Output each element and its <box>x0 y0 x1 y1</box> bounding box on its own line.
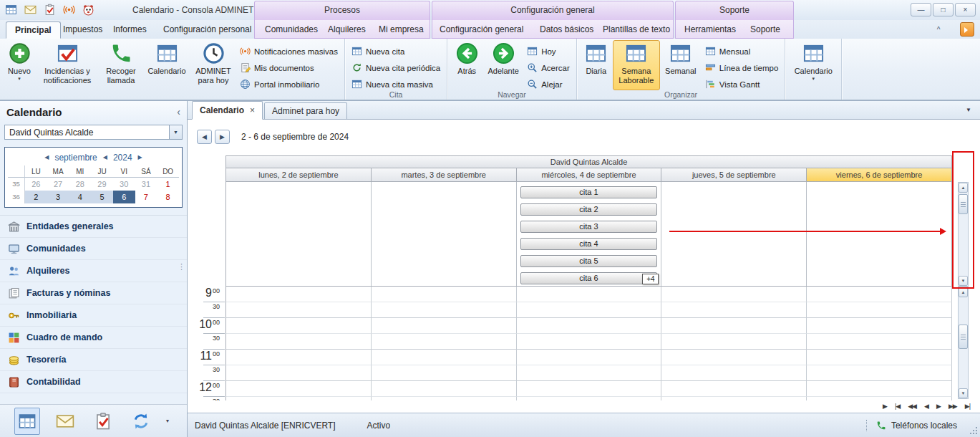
prev-range-button[interactable]: ◀ <box>197 130 212 144</box>
tab-comunidades[interactable]: Comunidades <box>261 21 322 39</box>
mini-day[interactable]: 26 <box>25 178 47 191</box>
sidebar-item-tesoreria[interactable]: Tesorería <box>0 349 187 371</box>
mini-day[interactable]: 2 <box>25 191 47 203</box>
tab-configuracion-general[interactable]: Configuración general <box>435 21 528 39</box>
nuevo-button[interactable]: Nuevo ▾ <box>3 40 36 90</box>
scrollbar-thumb[interactable] <box>959 325 968 349</box>
tab-list-dropdown-icon[interactable]: ▼ <box>966 107 971 113</box>
appointment[interactable]: cita 2 <box>520 203 658 216</box>
mini-day[interactable]: 4 <box>69 191 91 203</box>
prev-month-icon[interactable]: ◀ <box>44 154 49 160</box>
local-phones-label[interactable]: Teléfonos locales <box>891 421 957 431</box>
appointment[interactable]: cita 5 <box>520 255 658 267</box>
collapse-ribbon-icon[interactable]: ^ <box>933 24 944 35</box>
mini-day[interactable]: 31 <box>135 178 157 191</box>
tab-alquileres[interactable]: Alquileres <box>324 21 370 39</box>
diaria-button[interactable]: Diaria <box>580 40 613 90</box>
mini-day[interactable]: 30 <box>113 178 135 191</box>
tasks-module-icon[interactable] <box>90 408 116 435</box>
scroll-down-icon[interactable]: ▼ <box>959 388 968 398</box>
broadcast-icon[interactable] <box>63 4 75 16</box>
mini-day[interactable]: 5 <box>91 191 113 203</box>
nueva-cita-periodica-button[interactable]: Nueva cita periódica <box>348 60 444 75</box>
minimize-button[interactable]: — <box>911 3 931 16</box>
mail-module-icon[interactable] <box>52 408 78 435</box>
close-button[interactable]: × <box>955 3 976 16</box>
tab-informes[interactable]: Informes <box>109 21 151 39</box>
day-header-viernes-today[interactable]: viernes, 6 de septiembre <box>807 168 952 182</box>
tab-mi-empresa[interactable]: Mi empresa <box>374 21 428 39</box>
tab-plantillas-texto[interactable]: Plantillas de texto <box>598 21 674 39</box>
allday-col-jueves[interactable] <box>661 182 807 286</box>
incidencias-button[interactable]: Incidencias y notificaciones <box>36 40 99 90</box>
scroll-up-icon[interactable]: ▲ <box>959 287 968 297</box>
navigator-prev-icon[interactable]: ◀ <box>924 403 928 410</box>
navigator-play-icon[interactable]: ▶ <box>883 403 887 410</box>
doc-tab-calendario[interactable]: Calendario × <box>192 101 263 120</box>
notificaciones-masivas-button[interactable]: Notificaciones masivas <box>236 44 341 59</box>
collapse-sidebar-icon[interactable]: ‹ <box>177 106 180 117</box>
tab-datos-basicos[interactable]: Datos básicos <box>535 21 598 39</box>
day-header-lunes[interactable]: lunes, 2 de septiembre <box>226 168 372 182</box>
sidebar-item-cuadro-de-mando[interactable]: Cuadro de mando <box>0 327 187 349</box>
mini-day[interactable]: 27 <box>47 178 69 191</box>
maximize-button[interactable]: □ <box>933 3 954 16</box>
sidebar-item-contabilidad[interactable]: Contabilidad <box>0 371 187 393</box>
acercar-button[interactable]: Acercar <box>523 60 573 75</box>
navigator-first-icon[interactable]: |◀ <box>895 403 900 410</box>
mini-day[interactable]: 3 <box>47 191 69 203</box>
appointment[interactable]: cita 3 <box>520 221 658 233</box>
nueva-cita-button[interactable]: Nueva cita <box>348 44 444 59</box>
tab-impuestos[interactable]: Impuestos <box>59 21 107 39</box>
mail-icon[interactable] <box>24 4 37 16</box>
more-appointments-badge[interactable]: +4 <box>642 274 659 284</box>
adminet-hoy-button[interactable]: ADMINET para hoy <box>190 40 236 90</box>
doc-tab-adminet-hoy[interactable]: Adminet para hoy <box>264 102 347 119</box>
sidebar-item-comunidades[interactable]: Comunidades <box>0 238 187 260</box>
appointment[interactable]: cita 6 <box>520 272 658 284</box>
sidebar-item-inmobiliaria[interactable]: Inmobiliaria <box>0 304 187 327</box>
day-header-martes[interactable]: martes, 3 de septiembre <box>372 168 517 182</box>
calendar-owner-select[interactable]: David Quintas Alcalde ▼ <box>4 125 183 140</box>
day-header-miercoles[interactable]: miércoles, 4 de septiembre <box>517 168 662 182</box>
mini-day[interactable]: 1 <box>157 178 179 191</box>
mensual-button[interactable]: Mensual <box>702 44 782 59</box>
sidebar-item-entidades-generales[interactable]: Entidades generales <box>0 216 187 238</box>
calendario-dropdown-button[interactable]: Calendario ▾ <box>788 40 838 90</box>
portal-inmobiliario-button[interactable]: Portal inmobiliario <box>236 77 341 92</box>
tab-herramientas[interactable]: Herramientas <box>680 21 740 39</box>
mini-day[interactable]: 28 <box>69 178 91 191</box>
next-year-icon[interactable]: ▶ <box>138 154 142 160</box>
allday-col-miercoles[interactable]: cita 1 cita 2 cita 3 cita 4 cita 5 cita … <box>517 182 662 286</box>
close-tab-icon[interactable]: × <box>250 105 255 115</box>
allday-col-viernes[interactable] <box>807 182 952 286</box>
calendario-button[interactable]: Calendario <box>143 40 190 90</box>
navigator-next-icon[interactable]: ▶ <box>936 403 941 410</box>
allday-col-lunes[interactable] <box>226 182 372 286</box>
vista-gantt-button[interactable]: Vista Gantt <box>702 77 782 92</box>
prev-year-icon[interactable]: ◀ <box>103 154 107 160</box>
navigator-prev-page-icon[interactable]: ◀◀ <box>908 403 916 410</box>
sidebar-item-facturas[interactable]: Facturas y nóminas <box>0 282 187 304</box>
module-overflow-icon[interactable]: ▾ <box>166 418 169 424</box>
tab-soporte[interactable]: Soporte <box>746 21 785 39</box>
tab-principal[interactable]: Principal <box>6 21 61 39</box>
sidebar-splitter[interactable]: ⋮ <box>178 264 185 269</box>
mini-day[interactable]: 8 <box>157 191 179 203</box>
mini-day-selected[interactable]: 6 <box>113 191 135 203</box>
appointment[interactable]: cita 1 <box>520 186 658 198</box>
hoy-button[interactable]: Hoy <box>523 44 573 59</box>
resize-grip[interactable] <box>976 433 977 434</box>
atras-button[interactable]: Atrás <box>450 40 483 90</box>
navigator-next-page-icon[interactable]: ▶▶ <box>949 403 957 410</box>
recoger-llamada-button[interactable]: Recoger llamada <box>99 40 143 90</box>
sync-module-icon[interactable] <box>128 408 154 435</box>
mis-documentos-button[interactable]: Mis documentos <box>236 60 341 75</box>
tasks-icon[interactable] <box>44 4 56 16</box>
allday-col-martes[interactable] <box>372 182 517 286</box>
mini-day[interactable]: 7 <box>135 191 157 203</box>
next-range-button[interactable]: ▶ <box>215 130 230 144</box>
tab-configuracion-personal[interactable]: Configuración personal <box>159 21 256 39</box>
linea-de-tiempo-button[interactable]: Línea de tiempo <box>702 60 782 75</box>
dropdown-arrow-icon[interactable]: ▼ <box>169 125 182 139</box>
